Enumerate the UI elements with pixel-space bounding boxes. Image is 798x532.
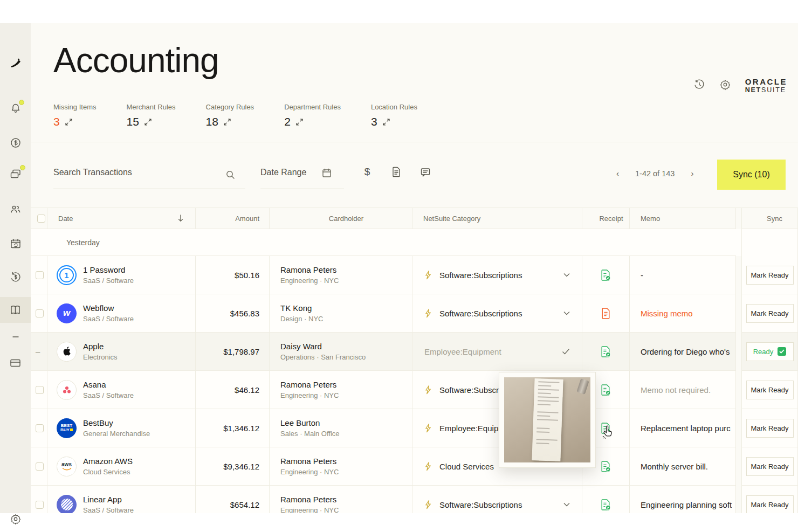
table-row: AsanaSaaS / Software $46.12 Ramona Peter… xyxy=(31,371,798,409)
memo-filter-icon[interactable] xyxy=(420,167,431,177)
row-checkbox[interactable] xyxy=(36,501,44,509)
receipt-ok-icon[interactable] xyxy=(601,384,611,396)
sidebar-item-accounting[interactable] xyxy=(0,297,31,323)
mark-ready-button[interactable]: Mark Ready xyxy=(746,266,794,285)
receipt-ok-icon[interactable] xyxy=(601,461,611,472)
category-confirmed: Employee:Equipment xyxy=(412,333,582,371)
amount: $456.83 xyxy=(196,294,270,333)
sidebar-item-calendar-sync[interactable] xyxy=(0,232,31,255)
history-icon[interactable] xyxy=(693,79,705,93)
stats-row: Missing Items 3 Merchant Rules 15 Catego… xyxy=(53,103,417,128)
amount-filter-icon[interactable]: $ xyxy=(362,167,373,177)
amount: $1,798.97 xyxy=(196,333,270,371)
amount: $46.12 xyxy=(196,371,270,409)
table-row: BESTBUY BestBuyGeneral Merchandise $1,34… xyxy=(31,409,798,447)
merchant-logo-webflow: w xyxy=(57,303,77,323)
stat-location-rules[interactable]: Location Rules 3 xyxy=(371,103,417,128)
search-field xyxy=(53,162,245,189)
mark-ready-button[interactable]: Mark Ready xyxy=(746,457,794,476)
sidebar-item-cards[interactable] xyxy=(0,162,31,186)
cardholder: Lee Burton xyxy=(280,418,412,427)
memo[interactable]: Ordering for Diego who's xyxy=(630,333,736,371)
auto-suggest-lightning-icon xyxy=(424,461,432,471)
receipt-filter-icon[interactable] xyxy=(391,167,402,177)
merchant-logo-asana xyxy=(57,380,77,400)
mark-ready-button[interactable]: Mark Ready xyxy=(746,419,794,438)
auto-suggest-lightning-icon xyxy=(424,308,432,318)
expand-icon xyxy=(296,119,303,126)
stat-missing-items[interactable]: Missing Items 3 xyxy=(53,103,96,128)
row-checkbox[interactable] xyxy=(36,462,44,471)
sort-desc-icon[interactable] xyxy=(177,214,184,223)
sidebar-item-people[interactable] xyxy=(0,197,31,221)
sidebar-item-collapse[interactable] xyxy=(0,325,31,349)
chevron-down-icon xyxy=(563,502,570,507)
mark-ready-button[interactable]: Mark Ready xyxy=(746,381,794,399)
sidebar-item-cashback[interactable] xyxy=(0,265,31,289)
search-icon xyxy=(225,170,236,182)
category-select[interactable]: Software:Subscriptions xyxy=(412,486,582,513)
sidebar-item-card[interactable] xyxy=(0,351,31,375)
row-dash-indicator[interactable]: – xyxy=(36,347,40,356)
col-memo: Memo xyxy=(630,208,736,229)
col-sync: Sync xyxy=(741,208,798,229)
merchant-logo-aws: aws xyxy=(57,457,77,476)
auto-suggest-lightning-icon xyxy=(424,270,432,280)
table-row: Linear AppSaaS / Software $654.12 Ramona… xyxy=(31,486,798,513)
receipt-ok-icon[interactable] xyxy=(601,499,611,510)
receipt-ok-icon[interactable] xyxy=(601,346,611,357)
row-checkbox[interactable] xyxy=(36,271,44,279)
category-select[interactable]: Software:Subscriptions xyxy=(412,294,582,333)
sync-settings-gear-icon[interactable] xyxy=(719,79,731,93)
memo[interactable]: Engineering planning soft xyxy=(630,486,736,513)
memo[interactable]: Replacement laptop purc xyxy=(630,409,736,447)
next-page-button[interactable]: › xyxy=(689,168,696,179)
select-all-checkbox[interactable] xyxy=(37,215,45,223)
row-checkbox[interactable] xyxy=(36,424,44,432)
expand-icon xyxy=(383,119,390,126)
memo[interactable]: Monthly server bill. xyxy=(630,447,736,486)
prev-page-button[interactable]: ‹ xyxy=(614,168,621,179)
ready-check-icon xyxy=(778,347,786,356)
receipt-preview-popup xyxy=(499,372,596,468)
row-checkbox[interactable] xyxy=(36,386,44,394)
col-amount[interactable]: Amount xyxy=(196,208,270,229)
mark-ready-button[interactable]: Mark Ready xyxy=(746,304,794,323)
memo[interactable]: - xyxy=(630,256,736,294)
stat-category-rules[interactable]: Category Rules 18 xyxy=(206,103,254,128)
memo[interactable]: Missing memo xyxy=(630,294,736,333)
merchant-logo-bestbuy: BESTBUY xyxy=(57,418,77,438)
stat-department-rules[interactable]: Department Rules 2 xyxy=(284,103,341,128)
sidebar-item-billing[interactable] xyxy=(0,131,31,155)
ready-button[interactable]: Ready xyxy=(746,342,794,361)
category-select[interactable]: Software:Subscriptions xyxy=(412,256,582,294)
stat-merchant-rules[interactable]: Merchant Rules 15 xyxy=(126,103,175,128)
ramp-logo-icon[interactable] xyxy=(0,51,31,75)
cardholder: Ramona Peters xyxy=(280,457,412,466)
auto-suggest-lightning-icon xyxy=(424,500,432,509)
receipt-missing-icon[interactable] xyxy=(601,308,610,319)
page-title: Accounting xyxy=(53,40,219,80)
cardholder: Daisy Ward xyxy=(280,342,412,351)
col-date[interactable]: Date xyxy=(58,215,73,223)
merchant-logo-1password: 1 xyxy=(57,265,77,285)
sidebar xyxy=(0,23,31,513)
col-category[interactable]: NetSuite Category xyxy=(412,208,582,229)
receipt-ok-icon[interactable] xyxy=(601,270,611,281)
filter-icons: $ xyxy=(362,167,431,177)
memo[interactable]: Memo not required. xyxy=(630,371,736,409)
mark-ready-button[interactable]: Mark Ready xyxy=(746,495,794,514)
date-range-picker[interactable]: Date Range xyxy=(260,162,344,189)
auto-suggest-lightning-icon xyxy=(424,423,432,433)
search-input[interactable] xyxy=(53,162,226,177)
cardholder: TK Kong xyxy=(280,303,412,313)
table-header: Date Amount Cardholder NetSuite Category… xyxy=(31,208,798,229)
main-content: Accounting ORACLE NETSUITE Missing Items… xyxy=(31,23,798,513)
col-cardholder[interactable]: Cardholder xyxy=(270,208,412,229)
receipt-photo xyxy=(504,377,590,462)
row-checkbox[interactable] xyxy=(36,309,44,317)
sidebar-item-settings[interactable] xyxy=(0,507,31,531)
cardholder: Ramona Peters xyxy=(280,495,412,504)
sidebar-item-notifications[interactable] xyxy=(0,96,31,120)
sync-button[interactable]: Sync (10) xyxy=(717,160,786,190)
